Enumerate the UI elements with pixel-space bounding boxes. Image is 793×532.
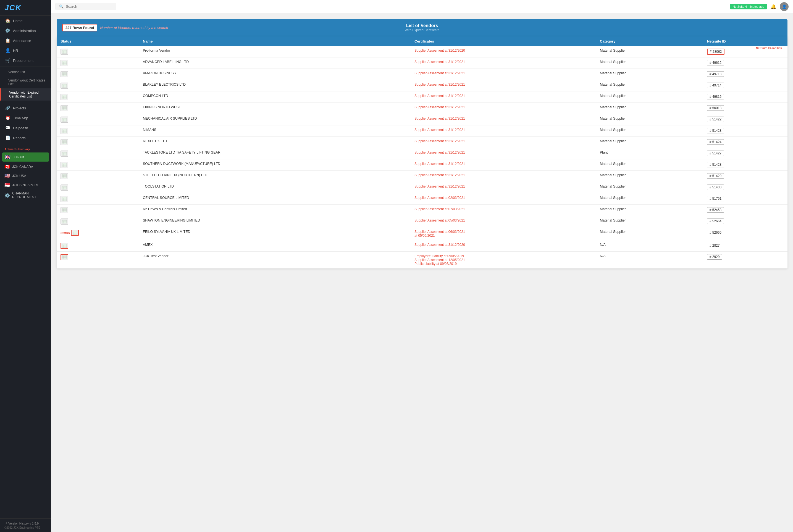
table-row[interactable]: Pro-forma VendorSupplier Assesment at 31… xyxy=(57,46,788,57)
cell-status xyxy=(57,193,139,205)
sidebar-item-attendance[interactable]: 📋 Attendance xyxy=(0,36,51,45)
sidebar-item-helpdesk-label: Helpdesk xyxy=(13,126,28,130)
search-box[interactable]: 🔍 xyxy=(56,3,116,10)
svg-rect-0 xyxy=(62,50,67,54)
cell-name: AMAZON BUSINESS xyxy=(139,69,411,80)
table-row[interactable]: NIMANSSupplier Assesment at 31/12/2021Ma… xyxy=(57,126,788,137)
cell-status xyxy=(57,126,139,137)
table-row[interactable]: SHAWTON ENGINEERING LIMITEDSupplier Asse… xyxy=(57,216,788,227)
version-link[interactable]: ↺ Version History v 1.5.9 xyxy=(4,521,47,525)
cell-name: BLAKLEY ELECTRICS LTD xyxy=(139,80,411,91)
table-row[interactable]: AMAZON BUSINESSSupplier Assesment at 31/… xyxy=(57,69,788,80)
cell-name: COMPCON LTD xyxy=(139,91,411,103)
cell-category: N/A xyxy=(596,252,703,268)
table-row[interactable]: K2 Drives & Controls LimitedSupplier Ass… xyxy=(57,205,788,216)
cell-status xyxy=(57,103,139,114)
table-row[interactable]: FIXINGS NORTH WESTSupplier Assesment at … xyxy=(57,103,788,114)
svg-rect-52 xyxy=(62,197,67,201)
sidebar-item-reports[interactable]: 📄 Reports xyxy=(0,133,51,143)
search-icon: 🔍 xyxy=(59,4,63,8)
cell-status xyxy=(57,137,139,148)
logo: JCK xyxy=(4,3,22,12)
svg-rect-60 xyxy=(62,220,67,224)
table-row[interactable]: SOUTHERN DUCTWORK (MANUFACTURE) LTDSuppl… xyxy=(57,159,788,171)
sidebar-item-vendor-without-certs[interactable]: Vendor w/out Certificates List xyxy=(0,76,51,89)
sidebar-item-administration[interactable]: ⚙️ Administration xyxy=(0,26,51,36)
cell-certificates: Supplier Assesment at 31/12/2020 xyxy=(411,240,596,252)
cell-name: REXEL UK LTD xyxy=(139,137,411,148)
table-row[interactable]: CENTRAL SOURCE LIMITEDSupplier Assesment… xyxy=(57,193,788,205)
cell-certificates: Supplier Assesment at 31/12/2021 xyxy=(411,171,596,182)
sidebar-item-hr-label: HR xyxy=(13,49,18,53)
netsuite-status-badge: NetSuite 4 minutes ago xyxy=(730,4,767,10)
cell-netsuite-id[interactable]: # 51429 xyxy=(703,171,788,182)
cell-netsuite-id[interactable]: # 52458 xyxy=(703,205,788,216)
sidebar-item-home-label: Home xyxy=(13,19,23,23)
table-row[interactable]: ADVANCED LABELLING LTDSupplier Assesment… xyxy=(57,57,788,69)
subsidiary-chapman[interactable]: ⚙️ CHAPMAN RECRUITMENT xyxy=(0,189,51,201)
cell-netsuite-id[interactable]: # 49713 xyxy=(703,69,788,80)
table-row[interactable]: MECHANICAL AIR SUPPLIES LTDSupplier Asse… xyxy=(57,114,788,126)
svg-rect-16 xyxy=(62,95,67,99)
cell-certificates: Supplier Assesment at 31/12/2021 xyxy=(411,91,596,103)
sidebar-item-helpdesk[interactable]: 💬 Helpdesk xyxy=(0,123,51,133)
cell-category: Material Supplier xyxy=(596,69,703,80)
svg-rect-36 xyxy=(62,152,67,155)
cell-netsuite-id[interactable]: # 49612 xyxy=(703,57,788,69)
svg-rect-48 xyxy=(62,186,67,189)
table-row[interactable]: TOOLSTATION LTDSupplier Assesment at 31/… xyxy=(57,182,788,193)
chapman-icon: ⚙️ xyxy=(4,193,10,198)
table-row[interactable]: AMEXSupplier Assesment at 31/12/2020N/A#… xyxy=(57,240,788,252)
cell-netsuite-id[interactable]: # 2827 xyxy=(703,240,788,252)
cell-netsuite-id[interactable]: # 52665 xyxy=(703,227,788,240)
sidebar-item-hr[interactable]: 👤 HR xyxy=(0,45,51,56)
singapore-flag: 🇸🇬 xyxy=(4,182,10,188)
sidebar-item-procurement[interactable]: 🛒 Procurement xyxy=(0,56,51,65)
subsidiary-jck-usa[interactable]: 🇺🇸 JCK USA xyxy=(0,171,51,180)
table-row[interactable]: TACKLESTORE LTD T/A SAFETY LIFTING GEARS… xyxy=(57,148,788,159)
cell-category: Material Supplier xyxy=(596,57,703,69)
table-row[interactable]: COMPCON LTDSupplier Assesment at 31/12/2… xyxy=(57,91,788,103)
cell-netsuite-id[interactable]: # 51430 xyxy=(703,182,788,193)
cell-certificates: Supplier Assesment at 02/03/2021 xyxy=(411,193,596,205)
svg-rect-40 xyxy=(62,163,67,167)
cell-certificates: Supplier Assesment at 31/12/2021 xyxy=(411,159,596,171)
subsidiary-jck-singapore[interactable]: 🇸🇬 JCK SINGAPORE xyxy=(0,180,51,189)
cell-category: Material Supplier xyxy=(596,193,703,205)
cell-netsuite-id[interactable]: # 51424 xyxy=(703,137,788,148)
table-row[interactable]: JCK Test VandorEmployers' Liability at 0… xyxy=(57,252,788,268)
subsidiary-jck-uk[interactable]: 🇬🇧 JCK UK xyxy=(2,152,49,162)
table-row[interactable]: StatusFEILO SYLVANIA UK LIMITEDSupplier … xyxy=(57,227,788,240)
sidebar-item-time-mgt[interactable]: ⏰ Time Mgt xyxy=(0,113,51,123)
cell-name: Pro-forma Vendor xyxy=(139,46,411,57)
cell-netsuite-id[interactable]: # 49714 xyxy=(703,80,788,91)
table-row[interactable]: BLAKLEY ELECTRICS LTDSupplier Assesment … xyxy=(57,80,788,91)
sidebar-item-vendor-expired-certs[interactable]: Vendor with Expired Certificates List xyxy=(0,89,51,100)
cell-category: Material Supplier xyxy=(596,171,703,182)
cell-netsuite-id[interactable]: # 50018 xyxy=(703,103,788,114)
col-category: Category xyxy=(596,36,703,46)
table-row[interactable]: REXEL UK LTDSupplier Assesment at 31/12/… xyxy=(57,137,788,148)
cell-netsuite-id[interactable]: # 51428 xyxy=(703,159,788,171)
cell-certificates: Employers' Liability at 09/05/2019Suppli… xyxy=(411,252,596,268)
subsidiary-jck-uk-label: JCK UK xyxy=(13,155,24,159)
cell-netsuite-id[interactable]: # 51751 xyxy=(703,193,788,205)
cell-netsuite-id[interactable]: # 51422 xyxy=(703,114,788,126)
cell-netsuite-id[interactable]: # 51427 xyxy=(703,148,788,159)
cell-category: Material Supplier xyxy=(596,137,703,148)
sidebar-item-vendor-list[interactable]: Vendor List xyxy=(0,68,51,76)
cell-netsuite-id[interactable]: # 52664 xyxy=(703,216,788,227)
cell-netsuite-id[interactable]: # 2929 xyxy=(703,252,788,268)
bell-icon[interactable]: 🔔 xyxy=(770,4,776,10)
cell-certificates: Supplier Assesment at 31/12/2021 xyxy=(411,148,596,159)
subsidiary-jck-canada[interactable]: 🇨🇦 JCK CANADA xyxy=(0,162,51,171)
cell-netsuite-id[interactable]: # 49816 xyxy=(703,91,788,103)
cell-netsuite-id[interactable]: # 51423 xyxy=(703,126,788,137)
table-row[interactable]: STEELTECH KINETIX (NORTHERN) LTDSupplier… xyxy=(57,171,788,182)
sidebar-item-home[interactable]: 🏠 Home xyxy=(0,16,51,26)
search-input[interactable] xyxy=(66,4,113,8)
cell-category: Material Supplier xyxy=(596,216,703,227)
user-avatar[interactable]: 👤 xyxy=(780,2,789,11)
sidebar-item-projects[interactable]: 🔗 Projects xyxy=(0,103,51,113)
cell-status xyxy=(57,91,139,103)
